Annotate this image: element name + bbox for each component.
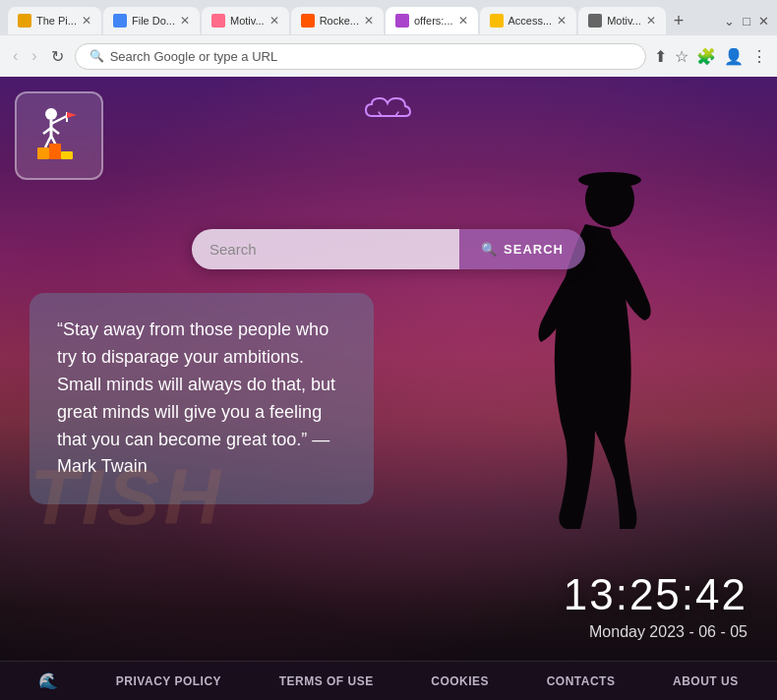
- tab-5-close[interactable]: ✕: [557, 14, 567, 28]
- search-input[interactable]: [192, 229, 459, 269]
- footer: 🌊 PRIVACY POLICY TERMS OF USE COOKIES CO…: [0, 661, 777, 700]
- tab-3-label: Rocke...: [320, 15, 359, 27]
- svg-rect-11: [37, 147, 49, 159]
- address-bar[interactable]: 🔍 Search Google or type a URL: [75, 43, 646, 70]
- tab-1-label: File Do...: [132, 15, 175, 27]
- tab-3[interactable]: Rocke... ✕: [291, 7, 384, 34]
- tab-4[interactable]: offers:... ✕: [386, 7, 478, 34]
- logo-inner: [30, 104, 89, 167]
- search-button-icon: 🔍: [481, 242, 498, 257]
- address-bar-row: ‹ › ↻ 🔍 Search Google or type a URL ⬆ ☆ …: [0, 35, 777, 77]
- footer-icon: 🌊: [38, 671, 58, 690]
- page-content: 🔍 SEARCH “Stay away from those people wh…: [0, 77, 777, 700]
- back-button[interactable]: ‹: [10, 44, 21, 68]
- toolbar-icons: ⬆ ☆ 🧩 👤 ⋮: [654, 47, 767, 66]
- tab-6-close[interactable]: ✕: [646, 14, 656, 28]
- tab-2[interactable]: Motiv... ✕: [202, 7, 289, 34]
- tab-6[interactable]: Motiv... ✕: [578, 7, 666, 34]
- minimize-button[interactable]: ⌄: [724, 14, 735, 29]
- svg-rect-13: [61, 151, 73, 159]
- quote-text: “Stay away from those people who try to …: [57, 320, 335, 476]
- svg-marker-10: [67, 112, 77, 118]
- footer-link-contacts[interactable]: CONTACTS: [547, 674, 616, 688]
- tab-2-close[interactable]: ✕: [269, 14, 279, 28]
- clock-container: 13:25:42 Monday 2023 - 06 - 05: [564, 570, 747, 641]
- tab-0-label: The Pi...: [36, 15, 77, 27]
- footer-link-terms[interactable]: TERMS OF USE: [279, 674, 374, 688]
- quote-box: “Stay away from those people who try to …: [30, 293, 374, 504]
- logo[interactable]: [15, 91, 103, 180]
- close-button[interactable]: ✕: [758, 14, 769, 29]
- tab-2-label: Motiv...: [230, 15, 265, 27]
- menu-icon[interactable]: ⋮: [751, 47, 767, 66]
- tab-0[interactable]: The Pi... ✕: [8, 7, 101, 34]
- bookmark-icon[interactable]: ☆: [675, 47, 688, 66]
- window-controls: ⌄ □ ✕: [724, 14, 769, 29]
- tab-6-label: Motiv...: [607, 15, 641, 27]
- tab-5-label: Access...: [508, 15, 553, 27]
- svg-rect-12: [49, 144, 61, 159]
- svg-point-1: [578, 172, 641, 188]
- share-icon[interactable]: ⬆: [654, 47, 667, 66]
- tab-1-close[interactable]: ✕: [180, 14, 190, 28]
- clock-time: 13:25:42: [564, 570, 747, 619]
- tab-1[interactable]: File Do... ✕: [103, 7, 200, 34]
- maximize-button[interactable]: □: [743, 14, 750, 29]
- tab-5[interactable]: Access... ✕: [480, 7, 577, 34]
- footer-link-privacy[interactable]: PRIVACY POLICY: [116, 674, 221, 688]
- extensions-icon[interactable]: 🧩: [696, 47, 716, 66]
- footer-link-about[interactable]: ABOUT US: [673, 674, 739, 688]
- tab-0-close[interactable]: ✕: [82, 14, 91, 28]
- address-lock-icon: 🔍: [90, 49, 104, 63]
- reload-button[interactable]: ↻: [48, 44, 67, 69]
- search-button-label: SEARCH: [504, 242, 564, 257]
- clock-date: Monday 2023 - 06 - 05: [564, 623, 747, 641]
- new-tab-button[interactable]: +: [668, 12, 690, 29]
- address-text: Search Google or type a URL: [110, 49, 278, 64]
- title-bar: The Pi... ✕ File Do... ✕ Motiv... ✕ Rock…: [0, 0, 777, 35]
- browser-chrome: The Pi... ✕ File Do... ✕ Motiv... ✕ Rock…: [0, 0, 777, 77]
- tab-3-close[interactable]: ✕: [364, 14, 374, 28]
- svg-point-2: [45, 108, 57, 120]
- tab-4-label: offers:...: [414, 15, 453, 27]
- cloud-icon: [364, 94, 413, 129]
- profile-icon[interactable]: 👤: [724, 47, 744, 66]
- forward-button[interactable]: ›: [29, 44, 39, 68]
- search-button[interactable]: 🔍 SEARCH: [459, 229, 585, 269]
- silhouette-figure: [482, 155, 679, 549]
- footer-link-cookies[interactable]: COOKIES: [431, 674, 489, 688]
- tab-4-close[interactable]: ✕: [458, 14, 468, 28]
- search-container: 🔍 SEARCH: [192, 229, 585, 269]
